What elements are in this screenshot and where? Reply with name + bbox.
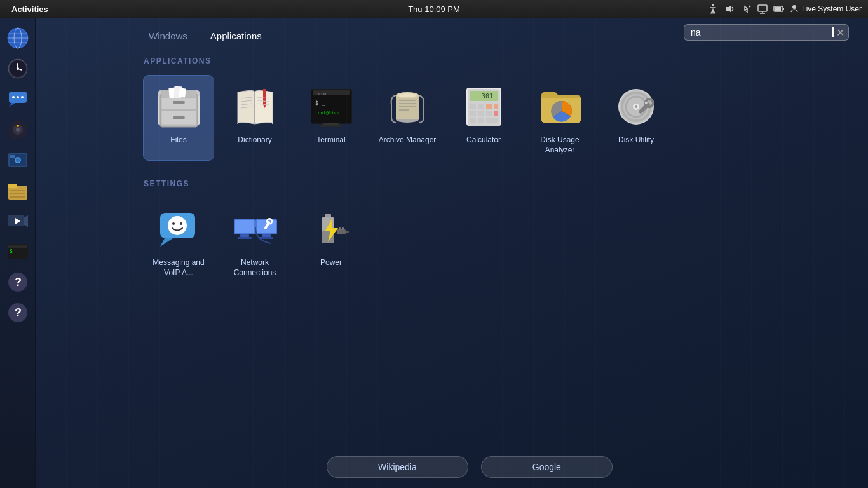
power-icon-wrap — [306, 203, 356, 254]
svg-rect-96 — [494, 104, 498, 109]
archive-manager-icon-wrap — [382, 81, 433, 132]
svg-rect-126 — [259, 237, 273, 239]
svg-point-26 — [21, 96, 24, 98]
svg-text:$_: $_ — [10, 248, 16, 254]
app-label-disk-usage-analyzer: Disk Usage Analyzer — [530, 135, 590, 155]
svg-rect-77 — [315, 107, 347, 107]
live-user-label[interactable]: Live System User — [789, 4, 862, 14]
app-item-disk-usage-analyzer[interactable]: Disk Usage Analyzer — [525, 76, 595, 160]
svg-rect-55 — [173, 101, 185, 104]
svg-rect-100 — [494, 111, 498, 116]
wikipedia-button[interactable]: Wikipedia — [327, 456, 468, 478]
sidebar-item-file-manager[interactable] — [4, 177, 32, 205]
svg-text:root@live: root@live — [315, 111, 339, 116]
svg-rect-97 — [470, 111, 476, 116]
search-input-wrap: ✕ — [684, 24, 849, 41]
app-item-calculator[interactable]: 301 — [449, 76, 519, 160]
svg-rect-79 — [323, 123, 339, 125]
svg-rect-99 — [486, 111, 492, 116]
svg-point-84 — [398, 93, 416, 97]
app-label-disk-utility: Disk Utility — [618, 135, 654, 146]
svg-rect-125 — [262, 234, 271, 237]
svg-rect-82 — [396, 95, 419, 119]
svg-rect-80 — [320, 125, 342, 127]
svg-rect-101 — [470, 118, 476, 123]
svg-point-24 — [12, 96, 15, 98]
svg-text:?: ? — [15, 306, 22, 319]
svg-point-30 — [17, 125, 19, 127]
svg-rect-57 — [173, 116, 185, 119]
terminal-icon-wrap: term $ _ root@live — [306, 81, 356, 132]
calculator-icon-wrap: 301 — [458, 81, 509, 132]
svg-point-118 — [180, 222, 182, 225]
sidebar-item-help1[interactable]: ? — [4, 268, 32, 296]
battery-icon[interactable] — [773, 3, 785, 15]
svg-point-21 — [17, 67, 19, 70]
app-label-files: Files — [170, 135, 186, 146]
svg-rect-122 — [238, 237, 252, 239]
apps-area: APPLICATIONS — [36, 44, 868, 488]
files-icon-wrap — [153, 81, 204, 132]
svg-rect-136 — [339, 227, 341, 230]
svg-text:$ _: $ _ — [315, 100, 326, 106]
volume-icon[interactable] — [723, 3, 736, 15]
display-icon[interactable] — [756, 3, 769, 15]
svg-rect-137 — [342, 227, 344, 230]
svg-rect-134 — [337, 229, 346, 234]
svg-point-116 — [168, 216, 187, 235]
svg-marker-115 — [160, 238, 173, 247]
tab-applications[interactable]: Applications — [205, 28, 267, 44]
svg-rect-135 — [346, 231, 349, 233]
app-item-power[interactable]: Power — [296, 198, 366, 283]
svg-point-34 — [16, 158, 20, 162]
content-area: Windows Applications ✕ APPLICATIONS — [36, 18, 868, 488]
sidebar-item-browser[interactable] — [4, 24, 32, 52]
tab-windows[interactable]: Windows — [144, 28, 193, 44]
app-item-dictionary[interactable]: Dictionary — [220, 76, 290, 160]
app-item-network-connections[interactable]: Network Connections — [220, 198, 290, 283]
dictionary-icon-wrap — [229, 81, 280, 132]
search-clear-button[interactable]: ✕ — [836, 27, 844, 39]
bottom-buttons: Wikipedia Google — [71, 446, 868, 488]
applications-grid: Files — [144, 76, 843, 160]
bluetooth-icon[interactable] — [740, 3, 752, 15]
search-input[interactable] — [688, 26, 832, 39]
sidebar-item-clock[interactable] — [4, 55, 32, 83]
app-label-archive-manager: Archive Manager — [379, 135, 437, 146]
sidebar-item-video[interactable] — [4, 207, 32, 235]
sidebar-item-terminal2[interactable]: $_ — [4, 238, 32, 266]
svg-point-29 — [16, 128, 20, 132]
disk-utility-icon-wrap — [611, 81, 661, 132]
svg-rect-94 — [478, 104, 484, 109]
app-label-dictionary: Dictionary — [238, 135, 271, 146]
accessibility-icon[interactable] — [707, 3, 719, 15]
activities-button[interactable]: Activities — [6, 3, 53, 15]
sidebar-item-photos[interactable] — [4, 146, 32, 174]
app-item-archive-manager[interactable]: Archive Manager — [372, 76, 442, 160]
app-item-disk-utility[interactable]: Disk Utility — [601, 76, 671, 160]
clock: Thu 10:09 PM — [408, 4, 460, 14]
svg-rect-4 — [758, 5, 767, 11]
network-connections-icon-wrap — [229, 203, 280, 254]
svg-rect-35 — [10, 155, 15, 158]
svg-marker-1 — [726, 5, 731, 13]
svg-rect-95 — [486, 104, 492, 109]
applications-section-label: APPLICATIONS — [144, 57, 843, 65]
app-item-messaging-voip[interactable]: Messaging and VoIP A... — [144, 198, 214, 283]
svg-rect-102 — [478, 118, 484, 123]
sidebar-item-chat[interactable] — [4, 85, 32, 113]
sidebar-item-audio[interactable] — [4, 116, 32, 144]
svg-point-113 — [635, 105, 637, 108]
disk-usage-analyzer-icon-wrap — [534, 81, 585, 132]
svg-rect-8 — [775, 7, 781, 11]
system-tray: Live System User — [707, 3, 862, 15]
svg-point-25 — [17, 96, 19, 98]
app-label-network-connections: Network Connections — [225, 258, 285, 278]
svg-point-10 — [792, 5, 796, 9]
app-item-terminal[interactable]: term $ _ root@live Terminal — [296, 76, 366, 160]
search-cursor — [832, 27, 834, 37]
sidebar-item-help2[interactable]: ? — [4, 299, 32, 327]
app-item-files[interactable]: Files — [144, 76, 214, 160]
google-button[interactable]: Google — [481, 456, 613, 478]
app-label-terminal: Terminal — [316, 135, 345, 146]
